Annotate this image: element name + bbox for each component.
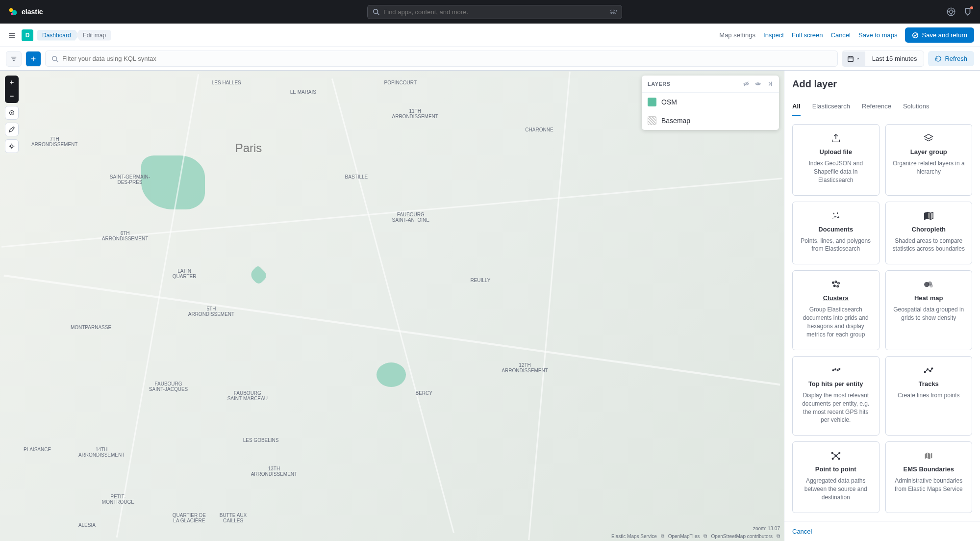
save-return-label: Save and return (922, 31, 967, 39)
layer-card-group[interactable]: Layer groupOrganize related layers in a … (885, 124, 973, 196)
add-filter-button[interactable] (25, 51, 41, 67)
svg-point-3 (374, 9, 378, 14)
layer-card-tracks[interactable]: TracksCreate lines from points (885, 356, 973, 436)
brand-logo[interactable]: elastic (8, 7, 43, 17)
show-all-icon[interactable] (754, 80, 761, 87)
map-canvas[interactable]: Paris LES HALLES LE MARAIS POPINCOURT 11… (0, 71, 784, 541)
tab-all[interactable]: All (792, 98, 801, 116)
clusters-icon (830, 279, 841, 290)
layer-card-documents[interactable]: DocumentsPoints, lines, and polygons fro… (792, 202, 879, 265)
layer-card-heatmap[interactable]: Heat mapGeospatial data grouped in grids… (885, 270, 973, 350)
inspect-link[interactable]: Inspect (763, 31, 784, 39)
time-range-label[interactable]: Last 15 minutes (865, 51, 924, 66)
layer-card-clusters[interactable]: ClustersGroup Elasticsearch documents in… (792, 270, 879, 350)
collapse-icon[interactable] (766, 80, 773, 87)
card-description: Geospatial data grouped in grids to show… (892, 306, 966, 322)
gear-icon (8, 143, 15, 150)
svg-point-43 (837, 285, 839, 287)
attribution-omt[interactable]: OpenMapTiles (668, 534, 700, 539)
layers-icon (923, 132, 934, 144)
search-icon (373, 8, 379, 15)
layers-header-icons (743, 80, 773, 87)
card-description: Administrative boundaries from Elastic M… (892, 477, 966, 493)
global-search[interactable]: ⌘/ (367, 5, 622, 19)
tab-solutions[interactable]: Solutions (903, 98, 929, 116)
map-controls (5, 76, 19, 153)
help-icon[interactable] (947, 7, 955, 16)
time-picker-calendar-button[interactable] (842, 52, 865, 66)
breadcrumb-dashboard[interactable]: Dashboard (37, 30, 79, 41)
card-title: Documents (818, 226, 853, 233)
card-title: Point to point (815, 465, 856, 473)
app-badge[interactable]: D (22, 29, 33, 41)
layer-swatch (648, 116, 656, 125)
layer-card-ems[interactable]: EMS BoundariesAdministrative boundaries … (885, 441, 973, 513)
card-title: Tracks (919, 380, 939, 387)
attribution-ems[interactable]: Elastic Maps Service (611, 534, 657, 539)
map-green-area (141, 155, 205, 209)
nav-toggle-icon[interactable] (6, 29, 18, 41)
svg-point-6 (950, 10, 953, 14)
map-label: 6TH ARRONDISSEMENT (102, 231, 148, 241)
fit-bounds-button[interactable] (5, 106, 19, 120)
layer-name: Basemap (661, 117, 690, 125)
card-title: Heat map (914, 294, 943, 302)
newsfeed-icon[interactable] (963, 7, 972, 16)
map-label: 7TH ARRONDISSEMENT (31, 136, 77, 147)
add-layer-panel: Add layer All Elasticsearch Reference So… (784, 71, 980, 541)
attribution-osm[interactable]: OpenStreetMap contributors (711, 534, 773, 539)
zoom-out-button[interactable] (5, 89, 19, 103)
map-label: FAUBOURG SAINT-JACQUES (149, 381, 188, 392)
crosshair-icon (8, 109, 15, 116)
card-description: Group Elasticsearch documents into grids… (799, 306, 873, 338)
layers-panel-header: LAYERS (642, 76, 779, 93)
breadcrumb: Dashboard Edit map (37, 30, 111, 41)
card-description: Shaded areas to compare statistics acros… (892, 237, 966, 254)
save-to-maps-link[interactable]: Save to maps (858, 31, 898, 39)
layer-card-upload[interactable]: Upload fileIndex GeoJSON and Shapefile d… (792, 124, 879, 196)
zoom-in-button[interactable] (5, 76, 19, 89)
add-layer-footer: Cancel (784, 521, 980, 541)
sub-header-actions: Map settings Inspect Full screen Cancel … (719, 27, 974, 43)
add-layer-cancel[interactable]: Cancel (792, 528, 812, 535)
layer-type-cards: Upload fileIndex GeoJSON and Shapefile d… (784, 116, 980, 521)
map-label: LES GOBELINS (243, 438, 279, 443)
filter-toggle-button[interactable] (6, 51, 22, 67)
calendar-icon (847, 55, 854, 62)
cancel-link[interactable]: Cancel (831, 31, 851, 39)
svg-point-50 (839, 368, 840, 370)
map-label: 14TH ARRONDISSEMENT (78, 447, 125, 458)
refresh-label: Refresh (945, 55, 967, 62)
timeslider-button[interactable] (5, 139, 19, 153)
svg-line-32 (744, 82, 749, 86)
choropleth-icon (923, 210, 934, 222)
query-bar: Last 15 minutes Refresh (0, 47, 980, 71)
refresh-button[interactable]: Refresh (928, 51, 974, 66)
heatmap-icon (923, 279, 934, 290)
map-label: FAUBOURG SAINT-MARCEAU (227, 390, 268, 401)
elastic-logo-icon (8, 7, 18, 17)
header-icons (947, 7, 972, 16)
draw-tool-button[interactable] (5, 123, 19, 136)
kql-input[interactable] (62, 55, 831, 62)
card-title: Clusters (823, 294, 849, 302)
kql-input-wrap[interactable] (45, 51, 838, 67)
fullscreen-link[interactable]: Full screen (792, 31, 823, 39)
save-and-return-button[interactable]: Save and return (905, 27, 974, 43)
tab-reference[interactable]: Reference (862, 98, 891, 116)
layer-card-p2p[interactable]: Point to pointAggregated data paths betw… (792, 441, 879, 513)
svg-line-21 (56, 60, 58, 62)
global-search-input[interactable] (383, 8, 606, 16)
layer-item[interactable]: OSM (642, 93, 779, 111)
map-label: ALÉSIA (78, 522, 96, 528)
tracks-icon (923, 364, 934, 376)
zoom-controls (5, 76, 19, 103)
layer-card-tophits[interactable]: Top hits per entityDisplay the most rele… (792, 356, 879, 436)
layer-card-choropleth[interactable]: ChoroplethShaded areas to compare statis… (885, 202, 973, 265)
hide-all-icon[interactable] (743, 80, 750, 87)
map-settings-link[interactable]: Map settings (719, 31, 755, 39)
layer-item[interactable]: Basemap (642, 111, 779, 130)
map-label: BUTTE AUX CAILLES (220, 513, 247, 523)
tab-elasticsearch[interactable]: Elasticsearch (812, 98, 850, 116)
map-label: 11TH ARRONDISSEMENT (392, 108, 438, 119)
